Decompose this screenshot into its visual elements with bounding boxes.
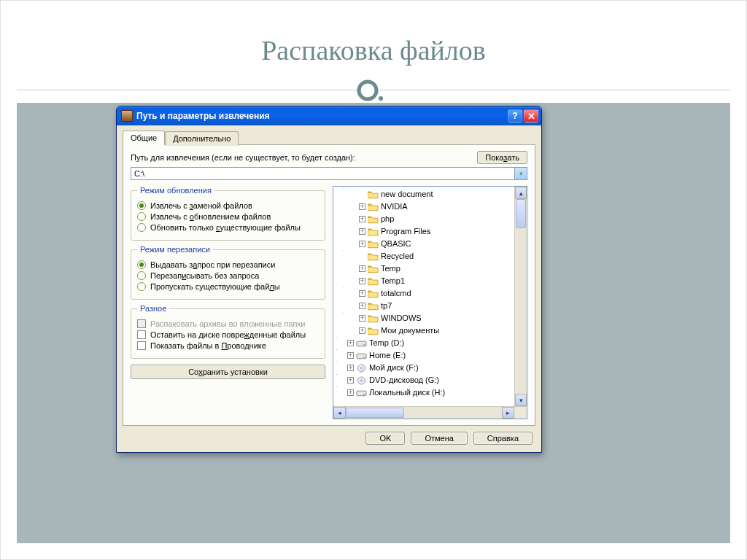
folder-icon	[368, 228, 379, 236]
tree-node[interactable]: +Temp	[336, 262, 514, 275]
window-title: Путь и параметры извлечения	[136, 111, 270, 121]
tree-node[interactable]: +tp7	[336, 300, 514, 312]
slide-title: Распаковка файлов	[17, 17, 730, 71]
checkbox-icon	[137, 341, 146, 350]
tree-node[interactable]: +Локальный диск (H:)	[336, 386, 514, 399]
tree-node[interactable]: +Temp1	[336, 275, 514, 287]
radio-overwrite-silent[interactable]: Перезаписывать без запроса	[137, 271, 319, 280]
slide-frame: Распаковка файлов Путь и параметры извле…	[0, 0, 747, 560]
scroll-thumb[interactable]	[516, 199, 526, 228]
dialog-button-row: OK Отмена Справка	[117, 426, 541, 452]
expand-icon[interactable]: +	[347, 340, 354, 346]
scroll-down-button[interactable]: ▾	[515, 394, 527, 406]
save-settings-button[interactable]: Сохранить установки	[131, 365, 325, 379]
path-input[interactable]	[131, 168, 514, 179]
tree-label: Temp1	[381, 275, 405, 287]
expand-icon[interactable]: +	[359, 203, 365, 210]
tree-label: WINDOWS	[381, 312, 422, 324]
tree-node[interactable]: +Мои документы	[336, 324, 514, 337]
titlebar[interactable]: Путь и параметры извлечения ? ✕	[117, 106, 541, 125]
folder-icon	[368, 190, 379, 199]
scroll-thumb-h[interactable]	[346, 408, 404, 418]
expand-icon[interactable]: +	[359, 216, 365, 222]
expand-icon[interactable]: +	[347, 352, 354, 359]
cancel-button[interactable]: Отмена	[411, 432, 467, 445]
path-combobox[interactable]: ▾	[131, 167, 527, 180]
tree-hscrollbar[interactable]: ◂ ▸	[333, 406, 527, 419]
tree-label: totalcmd	[381, 287, 411, 300]
radio-update-existing[interactable]: Обновить только существующие файлы	[137, 223, 319, 232]
folder-icon	[368, 215, 379, 224]
tree-node[interactable]: +NVIDIA	[336, 201, 514, 213]
tree-node[interactable]: +WINDOWS	[336, 312, 514, 324]
tree-label: php	[381, 213, 394, 225]
titlebar-close-button[interactable]: ✕	[524, 109, 538, 122]
expand-icon[interactable]: +	[359, 278, 365, 284]
radio-icon	[137, 260, 146, 269]
group-update-mode: Режим обновления Извлечь с заменой файло…	[131, 186, 325, 241]
path-dropdown-button[interactable]: ▾	[514, 168, 527, 179]
radio-update-replace[interactable]: Извлечь с заменой файлов	[137, 201, 319, 210]
chk-keep-broken[interactable]: Оставить на диске поврежденные файлы	[137, 330, 319, 339]
tree-label: Home (E:)	[369, 349, 406, 362]
expand-icon[interactable]: +	[347, 377, 354, 384]
expand-spacer	[359, 191, 365, 198]
svg-point-0	[359, 82, 376, 99]
path-label: Путь для извлечения (если не существует,…	[131, 153, 355, 162]
tree-label: new document	[381, 188, 433, 201]
drive-icon	[356, 351, 367, 360]
slide-ornament	[17, 71, 730, 103]
expand-icon[interactable]: +	[359, 290, 365, 297]
radio-icon	[137, 201, 146, 210]
tree-node[interactable]: new document	[336, 188, 514, 201]
legend-misc: Разное	[137, 304, 169, 313]
tree-label: Мой диск (F:)	[369, 362, 419, 374]
tree-node[interactable]: +DVD-дисковод (G:)	[336, 374, 514, 386]
folder-icon	[368, 203, 379, 211]
tab-advanced[interactable]: Дополнительно	[165, 131, 239, 146]
scroll-left-button[interactable]: ◂	[333, 407, 346, 419]
tree-node[interactable]: +Мой диск (F:)	[336, 362, 514, 374]
expand-icon[interactable]: +	[359, 265, 365, 272]
folder-tree[interactable]: new document+NVIDIA+php+Program Files+QB…	[333, 186, 527, 419]
help-button[interactable]: Справка	[473, 432, 533, 445]
radio-overwrite-ask[interactable]: Выдавать запрос при перезаписи	[137, 260, 319, 269]
checkbox-icon	[137, 319, 146, 328]
legend-overwrite: Режим перезаписи	[137, 245, 213, 254]
folder-icon	[368, 302, 379, 311]
expand-icon[interactable]: +	[347, 365, 354, 371]
tree-node[interactable]: +php	[336, 213, 514, 225]
radio-icon	[137, 282, 146, 291]
tree-node[interactable]: +totalcmd	[336, 287, 514, 300]
expand-spacer	[359, 253, 365, 260]
scroll-up-button[interactable]: ▴	[515, 187, 527, 199]
chk-show-explorer[interactable]: Показать файлы в Проводнике	[137, 341, 319, 350]
ok-button[interactable]: OK	[365, 432, 405, 445]
radio-update-newer[interactable]: Извлечь с обновлением файлов	[137, 212, 319, 221]
tree-node[interactable]: +Home (E:)	[336, 349, 514, 362]
app-icon	[121, 110, 133, 122]
expand-icon[interactable]: +	[359, 327, 365, 334]
expand-icon[interactable]: +	[359, 315, 365, 322]
tree-node[interactable]: +Program Files	[336, 225, 514, 238]
folder-icon	[368, 252, 379, 261]
tree-label: Мои документы	[381, 324, 439, 337]
drive-icon	[356, 339, 367, 348]
expand-icon[interactable]: +	[359, 228, 365, 235]
expand-icon[interactable]: +	[347, 389, 354, 396]
titlebar-help-button[interactable]: ?	[508, 109, 522, 122]
checkbox-icon	[137, 330, 146, 339]
tree-node[interactable]: +QBASIC	[336, 238, 514, 250]
tree-node[interactable]: +Temp (D:)	[336, 337, 514, 349]
tree-vscrollbar[interactable]: ▴ ▾	[514, 187, 527, 406]
folder-icon	[368, 240, 379, 249]
tree-label: Temp (D:)	[369, 337, 404, 349]
tab-general[interactable]: Общие	[123, 131, 165, 145]
show-button[interactable]: Показать	[477, 151, 527, 164]
expand-icon[interactable]: +	[359, 241, 365, 247]
radio-overwrite-skip[interactable]: Пропускать существующие файлы	[137, 282, 319, 291]
folder-icon	[368, 277, 379, 286]
tree-node[interactable]: Recycled	[336, 250, 514, 262]
expand-icon[interactable]: +	[359, 303, 365, 309]
scroll-right-button[interactable]: ▸	[502, 407, 514, 419]
